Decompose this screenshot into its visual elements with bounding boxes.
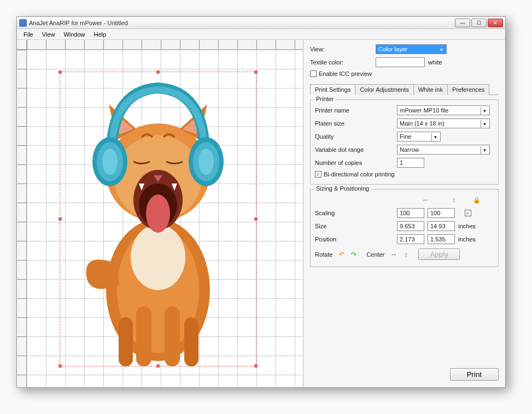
chevron-down-icon: ▼ — [481, 107, 488, 115]
menu-view[interactable]: View — [38, 30, 60, 39]
maximize-button[interactable]: ☐ — [471, 19, 487, 27]
height-axis-icon: ↕ — [449, 195, 459, 205]
scaling-lock-checkbox[interactable]: ✓ — [465, 210, 471, 216]
window-title: AnaJet AnaRIP for mPower - Untitled — [29, 20, 455, 26]
chevron-down-icon: ▼ — [481, 146, 488, 154]
svg-rect-5 — [184, 317, 198, 366]
scaling-width-input[interactable]: 100 — [397, 208, 424, 218]
tab-print-settings[interactable]: Print Settings — [310, 84, 355, 95]
variable-dot-label: Variable dot range — [315, 146, 397, 153]
tabs: Print Settings Color Adjustments White i… — [310, 84, 499, 95]
size-units: inches — [458, 223, 476, 229]
window-controls: — ☐ ✕ — [455, 19, 503, 27]
menu-help[interactable]: Help — [90, 30, 111, 39]
svg-rect-3 — [165, 306, 180, 366]
scaling-label: Scaling — [315, 210, 397, 216]
center-label: Center — [366, 251, 384, 258]
size-height-input[interactable]: 14.93 — [428, 221, 455, 231]
variable-dot-dropdown[interactable]: Narrow ▼ — [397, 145, 490, 155]
tab-white-ink[interactable]: White ink — [413, 84, 448, 95]
app-window: AnaJet AnaRIP for mPower - Untitled — ☐ … — [16, 16, 506, 388]
svg-point-11 — [146, 194, 170, 233]
size-label: Size — [315, 223, 397, 229]
bidirectional-checkbox[interactable]: ✓ — [315, 171, 321, 178]
size-width-input[interactable]: 9.653 — [397, 221, 424, 231]
ruler-horizontal — [27, 40, 303, 50]
printer-group: Printer Printer name mPower MP10 file ▼ … — [310, 99, 499, 185]
chevron-down-icon: ▼ — [437, 46, 445, 54]
rotate-ccw-button[interactable]: ↶ — [337, 250, 347, 259]
printer-name-dropdown[interactable]: mPower MP10 file ▼ — [397, 105, 490, 115]
sizing-group: Sizing & Positioning ↔ ↕ 🔒 Scaling 100 1… — [310, 189, 499, 267]
platen-size-dropdown[interactable]: Main (14 x 18 in) ▼ — [397, 119, 490, 128]
position-units: inches — [458, 236, 476, 243]
printer-name-label: Printer name — [315, 107, 397, 114]
sizing-group-title: Sizing & Positioning — [314, 185, 371, 192]
textile-color-value: white — [428, 59, 442, 66]
print-button[interactable]: Print — [450, 368, 499, 381]
quality-label: Quality — [315, 133, 397, 140]
icc-preview-label: Enable ICC preview — [319, 70, 372, 77]
position-label: Position — [315, 236, 397, 243]
rotate-cw-button[interactable]: ↷ — [349, 250, 359, 259]
svg-point-6 — [131, 224, 185, 290]
minimize-button[interactable]: — — [455, 19, 470, 27]
copies-input[interactable]: 1 — [397, 158, 424, 168]
copies-label: Number of copies — [315, 159, 397, 166]
position-y-input[interactable]: 1.535 — [428, 234, 455, 244]
view-label: View: — [310, 46, 376, 52]
svg-rect-4 — [119, 317, 133, 366]
platen-size-label: Platen size — [315, 120, 397, 127]
quality-dropdown[interactable]: Fine ▼ — [397, 132, 441, 141]
textile-color-label: Textile color: — [310, 59, 376, 66]
menu-window[interactable]: Window — [59, 30, 89, 39]
close-button[interactable]: ✕ — [488, 19, 503, 27]
icc-preview-checkbox[interactable] — [310, 70, 317, 77]
menu-file[interactable]: File — [19, 30, 38, 39]
tab-color-adjustments[interactable]: Color Adjustments — [355, 84, 413, 95]
rotate-label: Rotate — [315, 251, 332, 258]
svg-point-17 — [198, 149, 214, 175]
platen-grid[interactable] — [27, 50, 303, 387]
lock-aspect-icon[interactable]: 🔒 — [472, 195, 482, 205]
view-dropdown[interactable]: Color layer ▼ — [376, 44, 447, 54]
printer-group-title: Printer — [314, 96, 336, 102]
placed-image[interactable] — [49, 66, 267, 372]
settings-panel: View: Color layer ▼ Textile color: white… — [303, 40, 505, 387]
svg-rect-2 — [136, 306, 151, 366]
position-x-input[interactable]: 2.173 — [397, 234, 424, 244]
svg-point-14 — [102, 149, 118, 175]
center-vertical-button[interactable]: ↕ — [401, 250, 411, 259]
ruler-corner — [17, 40, 27, 50]
chevron-down-icon: ▼ — [481, 120, 488, 128]
apply-button[interactable]: Apply — [418, 249, 459, 260]
menubar: File View Window Help — [17, 29, 505, 40]
tab-preferences[interactable]: Preferences — [447, 84, 489, 95]
textile-color-swatch[interactable] — [376, 57, 425, 67]
content-area: View: Color layer ▼ Textile color: white… — [17, 40, 505, 387]
chevron-down-icon: ▼ — [431, 133, 439, 141]
bidirectional-label: Bi-directional color printing — [324, 171, 395, 178]
app-icon — [19, 19, 27, 27]
width-axis-icon: ↔ — [420, 195, 430, 205]
titlebar: AnaJet AnaRIP for mPower - Untitled — ☐ … — [17, 17, 505, 29]
center-horizontal-button[interactable]: ↔ — [389, 250, 399, 259]
canvas-area[interactable] — [17, 40, 303, 387]
ruler-vertical — [17, 50, 27, 387]
scaling-height-input[interactable]: 100 — [428, 208, 455, 218]
